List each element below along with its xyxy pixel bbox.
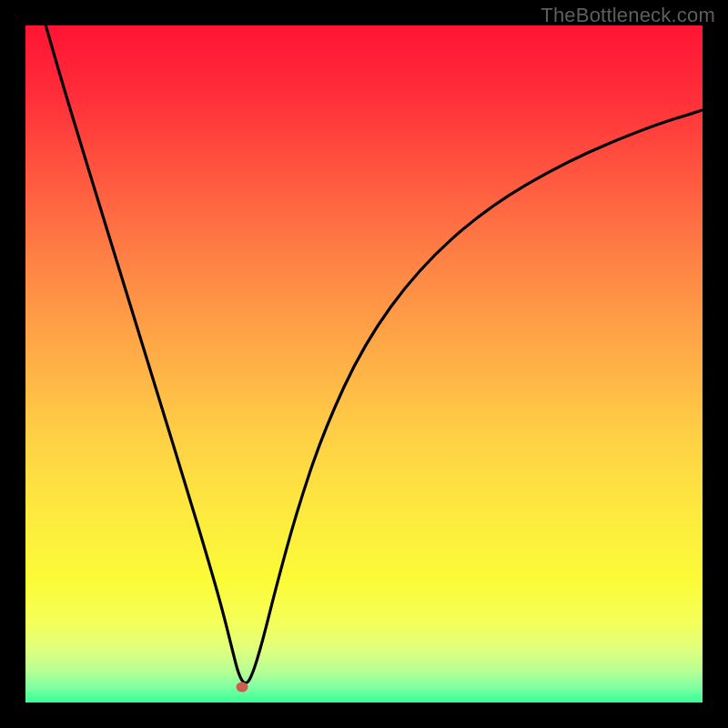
watermark-text: TheBottleneck.com xyxy=(541,4,715,27)
chart-frame: TheBottleneck.com xyxy=(0,0,728,728)
curve-path xyxy=(46,25,703,683)
optimum-marker xyxy=(237,682,248,692)
plot-area xyxy=(25,25,703,703)
bottleneck-curve xyxy=(25,25,703,703)
